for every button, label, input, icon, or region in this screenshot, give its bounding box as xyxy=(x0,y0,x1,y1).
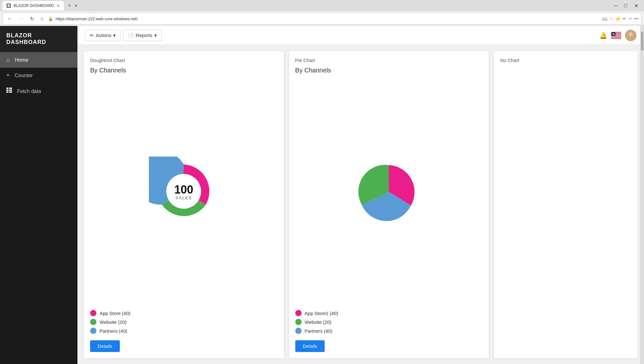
tab-bar: 🔲 BLAZOR DASHBOARD ✕ + ▾ ─ □ ✕ xyxy=(0,0,644,11)
sidebar-item-fetchdata[interactable]: Fetch data xyxy=(0,83,77,99)
maximize-button[interactable]: □ xyxy=(621,2,630,10)
pie-legend-item-partners: Partners (40) xyxy=(295,328,483,334)
svg-rect-4 xyxy=(6,91,9,93)
plus-icon: + xyxy=(6,72,10,79)
reports-label: Reports xyxy=(136,33,152,38)
more-icon[interactable]: ••• xyxy=(634,16,639,21)
svg-rect-0 xyxy=(6,88,9,89)
flag-icon[interactable]: ★ xyxy=(611,32,621,39)
partners-dot xyxy=(90,328,96,334)
pie-appstore-label: App Store1 (40) xyxy=(305,311,338,316)
sidebar-item-fetchdata-label: Fetch data xyxy=(17,89,41,94)
appstore-label: App Store (40) xyxy=(100,311,131,316)
tab-title: BLAZOR DASHBOARD xyxy=(14,3,54,8)
tab-dropdown-button[interactable]: ▾ xyxy=(75,3,77,8)
bell-icon[interactable]: 🔔 xyxy=(599,32,607,39)
address-bar: ← → ↻ ⌂ 🔒 📖 ☆ ⭐ ✒ ↗ ••• xyxy=(3,13,641,25)
donut-legend: App Store (40) Website (20) Partners (40… xyxy=(90,310,278,334)
donut-center-text: 100 SALES xyxy=(174,184,193,200)
pie-legend: App Store1 (40) Website (20) Partners (4… xyxy=(295,310,483,334)
donut-label: SALES xyxy=(174,195,193,200)
active-tab[interactable]: 🔲 BLAZOR DASHBOARD ✕ xyxy=(3,1,64,10)
sidebar-item-home[interactable]: ⌂ Home xyxy=(0,52,77,68)
collections-icon[interactable]: ⭐ xyxy=(615,16,621,21)
reports-icon: 📄 xyxy=(128,33,134,38)
toolbar-right: 🔔 ★ xyxy=(599,30,636,41)
donut-chart-wrap: 100 SALES xyxy=(149,157,218,227)
pie-appstore-dot xyxy=(295,310,302,316)
actions-button[interactable]: ✏ Actions ▾ xyxy=(85,30,120,41)
pie-website-dot xyxy=(295,319,302,325)
svg-rect-2 xyxy=(6,89,9,91)
pie-chart-subtitle: By Channels xyxy=(295,67,483,74)
home-icon: ⌂ xyxy=(6,57,10,63)
pie-svg xyxy=(353,156,425,228)
url-input[interactable] xyxy=(56,16,600,21)
new-tab-button[interactable]: + xyxy=(65,1,74,10)
toolbar: ✏ Actions ▾ 📄 Reports ▾ 🔔 xyxy=(77,26,644,45)
window-controls: ─ □ ✕ xyxy=(610,2,641,10)
scrollbar[interactable] xyxy=(640,25,644,364)
back-button[interactable]: ← xyxy=(5,15,14,22)
forward-button[interactable]: → xyxy=(17,15,26,22)
refresh-button[interactable]: ↻ xyxy=(28,15,36,22)
address-icons: 📖 ☆ ⭐ ✒ ↗ ••• xyxy=(602,16,639,21)
donut-chart-card: Doughtnut Chart By Channels xyxy=(84,51,284,358)
pie-partners-label: Partners (40) xyxy=(305,328,333,334)
reader-icon[interactable]: 📖 xyxy=(602,16,607,21)
close-button[interactable]: ✕ xyxy=(631,2,641,10)
sidebar: BLAZOR DASHBOARD ⌂ Home + Counter xyxy=(0,26,77,364)
reports-dropdown-icon: ▾ xyxy=(154,33,157,38)
grid-icon xyxy=(6,88,12,95)
donut-details-button[interactable]: Details xyxy=(90,340,120,352)
donut-chart-subtitle: By Channels xyxy=(90,67,278,74)
donut-number: 100 xyxy=(174,184,193,195)
actions-dropdown-icon: ▾ xyxy=(113,33,116,38)
donut-card-title: Doughtnut Chart xyxy=(90,58,278,63)
pie-chart-container xyxy=(295,79,483,305)
website-label: Website (20) xyxy=(100,319,126,325)
pie-chart-card: Pie Chart By Channels xyxy=(289,51,489,358)
legend-item-appstore: App Store (40) xyxy=(90,310,278,316)
main-content: ✏ Actions ▾ 📄 Reports ▾ 🔔 xyxy=(77,26,644,364)
tab-close-icon[interactable]: ✕ xyxy=(56,3,60,8)
user-avatar[interactable] xyxy=(625,30,636,41)
pie-legend-item-website: Website (20) xyxy=(295,319,483,325)
app-layout: BLAZOR DASHBOARD ⌂ Home + Counter xyxy=(0,26,644,364)
donut-chart-container: 100 SALES xyxy=(90,79,278,305)
pie-partners-dot xyxy=(295,328,302,334)
sidebar-brand: BLAZOR DASHBOARD xyxy=(0,26,77,52)
actions-icon: ✏ xyxy=(90,33,94,38)
svg-rect-3 xyxy=(9,89,12,91)
notes-icon[interactable]: ✒ xyxy=(623,16,626,21)
sidebar-nav: ⌂ Home + Counter Fetch xyxy=(0,52,77,364)
minimize-button[interactable]: ─ xyxy=(610,2,620,10)
pie-legend-item-appstore: App Store1 (40) xyxy=(295,310,483,316)
svg-point-15 xyxy=(629,32,633,36)
no-chart-title: No Chart xyxy=(500,58,631,63)
svg-text:★: ★ xyxy=(612,33,615,36)
legend-item-website: Website (20) xyxy=(90,319,278,325)
share-icon[interactable]: ↗ xyxy=(628,16,632,21)
appstore-dot xyxy=(90,310,96,316)
svg-rect-11 xyxy=(611,38,621,38)
no-chart-card: No Chart xyxy=(494,51,638,358)
sidebar-item-home-label: Home xyxy=(15,57,28,63)
reports-button[interactable]: 📄 Reports ▾ xyxy=(123,30,162,41)
svg-rect-1 xyxy=(9,88,12,89)
pie-website-label: Website (20) xyxy=(305,319,332,325)
favorites-icon[interactable]: ☆ xyxy=(609,16,613,21)
browser-chrome: 🔲 BLAZOR DASHBOARD ✕ + ▾ ─ □ ✕ ← → ↻ ⌂ 🔒… xyxy=(0,0,644,25)
scroll-thumb[interactable] xyxy=(641,32,643,51)
pie-details-button[interactable]: Details xyxy=(295,340,325,352)
svg-rect-10 xyxy=(611,36,621,37)
legend-item-partners: Partners (40) xyxy=(90,328,278,334)
svg-rect-5 xyxy=(9,91,12,93)
actions-label: Actions xyxy=(96,33,111,38)
content-area: Doughtnut Chart By Channels xyxy=(77,45,644,364)
partners-label: Partners (40) xyxy=(100,328,127,334)
sidebar-item-counter-label: Counter xyxy=(15,73,33,78)
sidebar-item-counter[interactable]: + Counter xyxy=(0,68,77,83)
home-button[interactable]: ⌂ xyxy=(39,15,46,22)
pie-card-title: Pie Chart xyxy=(295,58,483,63)
